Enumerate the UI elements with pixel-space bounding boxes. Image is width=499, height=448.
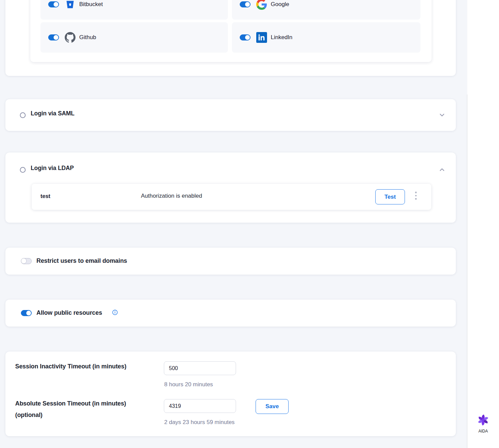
toggle-knob [54, 35, 58, 40]
inactivity-timeout-helper: 8 hours 20 minutes [164, 381, 213, 388]
restrict-domains-toggle[interactable] [21, 258, 32, 264]
provider-label: Github [79, 34, 96, 41]
ldap-radio[interactable] [20, 167, 26, 173]
aida-widget[interactable]: AIDA [475, 414, 492, 433]
saml-section[interactable]: Login via SAML [5, 99, 456, 131]
providers-group: Bitbucket Google [30, 0, 432, 62]
toggle-knob [26, 311, 31, 315]
provider-tile-google: Google [232, 0, 420, 20]
chevron-up-icon[interactable] [438, 166, 446, 173]
test-button[interactable]: Test [375, 189, 405, 204]
bitbucket-icon [64, 0, 76, 10]
provider-tile-linkedin: LinkedIn [232, 22, 420, 53]
absolute-timeout-input[interactable] [164, 399, 236, 413]
aida-label: AIDA [475, 429, 492, 433]
ldap-section: Login via LDAP test Authorization is ena… [5, 152, 456, 223]
restrict-domains-section: Restrict users to email domains [5, 248, 456, 275]
social-login-card: Bitbucket Google [5, 0, 456, 76]
session-settings-section: Session Inactivity Timeout (in minutes) … [5, 352, 456, 436]
kebab-menu-icon[interactable] [415, 192, 417, 201]
info-icon[interactable] [112, 310, 118, 315]
restrict-domains-label: Restrict users to email domains [36, 257, 127, 264]
provider-label: LinkedIn [271, 34, 292, 41]
linkedin-icon [256, 32, 267, 43]
github-icon [64, 32, 76, 43]
public-resources-toggle[interactable] [21, 310, 32, 316]
google-icon [256, 0, 267, 10]
ldap-config-status: Authorization is enabled [141, 193, 202, 199]
toggle-knob [21, 258, 27, 264]
chevron-down-icon[interactable] [438, 111, 446, 119]
public-resources-label: Allow public resources [36, 309, 102, 316]
aida-flower-icon [477, 414, 490, 426]
toggle-knob [54, 2, 58, 7]
provider-label: Bitbucket [79, 1, 103, 8]
github-toggle[interactable] [48, 34, 59, 40]
saml-radio[interactable] [20, 112, 26, 118]
toggle-knob [245, 35, 250, 40]
google-toggle[interactable] [240, 1, 251, 7]
inactivity-timeout-label: Session Inactivity Timeout (in minutes) [15, 361, 126, 372]
provider-label: Google [271, 1, 289, 8]
bitbucket-toggle[interactable] [48, 1, 59, 7]
provider-tile-github: Github [40, 22, 228, 53]
absolute-timeout-label: Absolute Session Timeout (in minutes) (o… [15, 398, 126, 421]
public-resources-section: Allow public resources [5, 300, 456, 327]
ldap-config-name: test [40, 193, 50, 199]
inactivity-timeout-input[interactable] [164, 361, 236, 375]
absolute-timeout-helper: 2 days 23 hours 59 minutes [164, 419, 235, 426]
saml-title: Login via SAML [31, 110, 75, 117]
save-button[interactable]: Save [256, 399, 289, 414]
settings-panel: Bitbucket Google [0, 0, 467, 448]
toggle-knob [245, 2, 250, 7]
linkedin-toggle[interactable] [240, 34, 251, 40]
right-gutter: AIDA [467, 0, 499, 448]
provider-tile-bitbucket: Bitbucket [40, 0, 228, 20]
ldap-title: Login via LDAP [31, 165, 74, 172]
ldap-config-row: test Authorization is enabled Test [32, 184, 431, 210]
